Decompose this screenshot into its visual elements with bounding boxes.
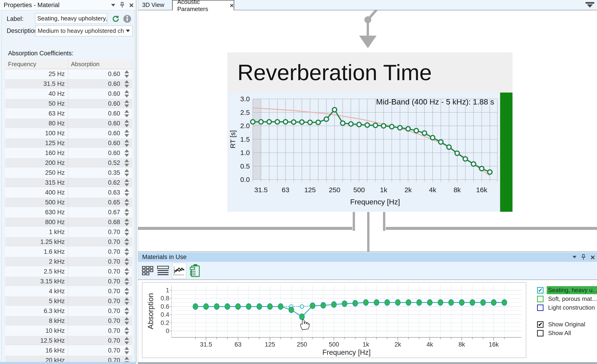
absorption-stepper[interactable]	[124, 149, 129, 157]
rt-data-point[interactable]	[316, 120, 320, 125]
stepper-down-icon[interactable]	[125, 223, 129, 226]
stepper-down-icon[interactable]	[125, 134, 129, 137]
info-icon[interactable]	[123, 15, 132, 23]
absorption-stepper[interactable]	[124, 337, 129, 344]
absorption-stepper[interactable]	[124, 189, 129, 196]
description-combobox[interactable]: Medium to heavy upholstered chai...	[35, 25, 133, 36]
stepper-down-icon[interactable]	[125, 144, 129, 147]
table-row[interactable]: 125 Hz0.60	[5, 138, 132, 148]
table-row[interactable]: 8 kHz0.70	[5, 316, 132, 326]
stepper-up-icon[interactable]	[125, 149, 129, 152]
table-row[interactable]: 31.5 Hz0.60	[5, 79, 132, 89]
rt-data-point[interactable]	[251, 120, 255, 124]
close-icon[interactable]: ×	[590, 254, 595, 261]
absorption-stepper[interactable]	[124, 110, 129, 117]
rt-data-point[interactable]	[300, 120, 304, 124]
stepper-down-icon[interactable]	[125, 75, 129, 78]
absorption-stepper[interactable]	[124, 90, 129, 98]
absorption-cell[interactable]: 0.62	[68, 178, 132, 188]
stepper-down-icon[interactable]	[125, 272, 129, 275]
absorption-stepper[interactable]	[124, 307, 129, 315]
stepper-up-icon[interactable]	[125, 218, 129, 222]
table-row[interactable]: 2.5 kHz0.70	[5, 267, 132, 277]
absorption-cell[interactable]: 0.70	[68, 277, 132, 286]
tab-close-icon[interactable]: ×	[230, 2, 234, 9]
absorption-data-point[interactable]	[363, 300, 368, 305]
absorption-cell[interactable]: 0.70	[68, 257, 132, 267]
rt-data-point[interactable]	[283, 120, 288, 124]
stepper-up-icon[interactable]	[125, 179, 129, 182]
absorption-data-point[interactable]	[353, 301, 358, 306]
rt-data-point[interactable]	[439, 140, 443, 144]
table-row[interactable]: 250 Hz0.35	[5, 168, 132, 178]
table-row[interactable]: 40 Hz0.60	[5, 89, 132, 99]
rt-data-point[interactable]	[431, 135, 435, 140]
absorption-cell[interactable]: 0.70	[68, 267, 132, 277]
stepper-up-icon[interactable]	[125, 228, 129, 231]
absorption-data-point[interactable]	[257, 304, 262, 309]
chevron-down-icon[interactable]	[111, 4, 115, 7]
rt-data-point[interactable]	[447, 145, 451, 149]
table-row[interactable]: 1.6 kHz0.70	[5, 247, 132, 257]
stepper-down-icon[interactable]	[125, 243, 129, 246]
absorption-data-point[interactable]	[491, 300, 496, 305]
absorption-data-point[interactable]	[406, 300, 411, 305]
tab-acoustic-parameters[interactable]: Acoustic Parameters ×	[172, 0, 234, 10]
stepper-down-icon[interactable]	[125, 174, 129, 177]
absorption-data-point[interactable]	[321, 302, 326, 308]
rt-data-point[interactable]	[463, 157, 468, 161]
absorption-data-point[interactable]	[427, 300, 432, 305]
absorption-data-point[interactable]	[289, 307, 294, 313]
absorption-cell[interactable]: 0.70	[68, 316, 132, 326]
absorption-cell[interactable]: 0.60	[68, 69, 132, 79]
stepper-down-icon[interactable]	[125, 282, 129, 285]
table-row[interactable]: 1 kHz0.70	[5, 227, 132, 237]
rt-data-point[interactable]	[471, 162, 476, 166]
stepper-up-icon[interactable]	[125, 287, 129, 291]
stepper-down-icon[interactable]	[125, 233, 129, 236]
absorption-data-point[interactable]	[449, 300, 454, 305]
absorption-cell[interactable]: 0.63	[68, 188, 132, 198]
rt-data-point[interactable]	[414, 129, 419, 133]
stepper-up-icon[interactable]	[125, 258, 129, 261]
refresh-icon[interactable]	[111, 15, 120, 23]
table-row[interactable]: 63 Hz0.60	[5, 109, 132, 119]
absorption-data-point[interactable]	[278, 304, 283, 309]
table-row[interactable]: 2 kHz0.70	[5, 257, 132, 267]
absorption-cell[interactable]: 0.60	[68, 79, 132, 89]
absorption-cell[interactable]: 0.70	[68, 227, 132, 237]
stepper-down-icon[interactable]	[125, 154, 129, 157]
stepper-down-icon[interactable]	[125, 114, 129, 117]
table-row[interactable]: 630 Hz0.67	[5, 207, 132, 217]
pin-icon[interactable]	[119, 2, 125, 8]
absorption-stepper[interactable]	[124, 208, 129, 216]
absorption-cell[interactable]: 0.70	[68, 336, 132, 346]
stepper-down-icon[interactable]	[125, 351, 129, 354]
stepper-up-icon[interactable]	[125, 357, 129, 360]
absorption-cell[interactable]: 0.65	[68, 198, 132, 207]
absorption-data-point[interactable]	[331, 302, 336, 308]
absorption-data-point[interactable]	[246, 304, 251, 309]
rt-data-point[interactable]	[398, 126, 402, 130]
absorption-stepper[interactable]	[124, 248, 129, 256]
table-row[interactable]: 16 kHz0.70	[5, 346, 132, 356]
table-row[interactable]: 800 Hz0.68	[5, 217, 132, 227]
stepper-up-icon[interactable]	[125, 129, 129, 133]
stepper-down-icon[interactable]	[125, 292, 129, 295]
chevron-down-icon[interactable]	[573, 256, 577, 258]
absorption-stepper[interactable]	[124, 199, 129, 206]
rt-data-point[interactable]	[455, 151, 459, 156]
stepper-up-icon[interactable]	[125, 327, 129, 330]
stepper-down-icon[interactable]	[125, 332, 129, 335]
stepper-down-icon[interactable]	[125, 312, 129, 315]
absorption-data-point[interactable]	[459, 300, 464, 305]
stepper-up-icon[interactable]	[125, 337, 129, 340]
stepper-up-icon[interactable]	[125, 238, 129, 241]
stepper-down-icon[interactable]	[125, 183, 129, 186]
absorption-cell[interactable]: 0.60	[68, 99, 132, 109]
stepper-down-icon[interactable]	[125, 85, 129, 88]
stepper-up-icon[interactable]	[125, 278, 129, 281]
absorption-cell[interactable]: 0.70	[68, 326, 132, 336]
rt-data-point[interactable]	[365, 123, 369, 127]
stepper-up-icon[interactable]	[125, 317, 129, 320]
